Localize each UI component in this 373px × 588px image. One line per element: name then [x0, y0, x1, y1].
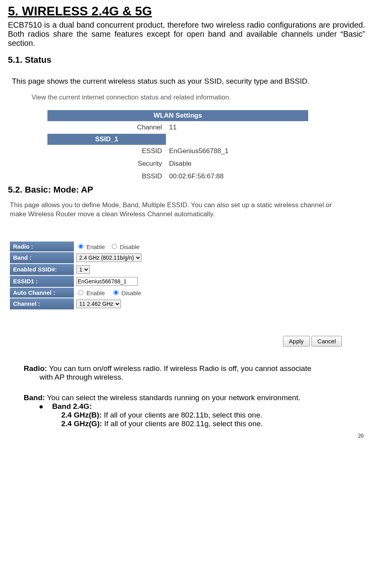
- security-value: Disable: [166, 157, 308, 170]
- channel-row-label: Channel :: [10, 298, 74, 309]
- wlan-status-screenshot: View the current internet connection sta…: [32, 94, 312, 183]
- auto-channel-row-label: Auto Channel :: [10, 288, 74, 298]
- status-description: This page shows the current wireless sta…: [12, 77, 365, 86]
- cancel-button[interactable]: Cancel: [311, 336, 342, 346]
- ssid-1-header: SSID_1: [47, 134, 166, 145]
- radio-row-label: Radio :: [10, 242, 74, 251]
- radio-disable-option[interactable]: [112, 244, 117, 249]
- band-24g-label: Band 2.4G:: [52, 402, 92, 410]
- status-caption: View the current internet connection sta…: [32, 94, 312, 101]
- band-term: Band:: [24, 393, 45, 402]
- ghz-b-body: If all of your clients are 802.11b, sele…: [102, 411, 262, 419]
- page-number: 20: [8, 433, 364, 439]
- radio-body-line2: with AP through wireless.: [40, 373, 365, 382]
- essid-value: EnGenius566788_1: [166, 145, 308, 157]
- enabled-ssid-select[interactable]: 1: [76, 265, 90, 274]
- essid1-row-label: ESSID1 :: [10, 276, 74, 287]
- auto-disable-text: Disable: [121, 290, 141, 296]
- band-body: You can select the wireless standards ru…: [45, 393, 300, 402]
- ghz-g-body: If all of your clients are 802.11g, sele…: [102, 419, 263, 428]
- radio-term: Radio:: [24, 364, 47, 373]
- bssid-value: 00:02:6F:56:67:88: [166, 170, 308, 183]
- bssid-label: BSSID: [47, 170, 166, 183]
- channel-value: 11: [166, 121, 308, 134]
- band-row-label: Band :: [10, 252, 74, 263]
- auto-enable-text: Enable: [87, 290, 105, 296]
- radio-enable-text: Enable: [87, 243, 105, 250]
- radio-body-line1: You can turn on/off wireless radio. If w…: [47, 364, 311, 373]
- auto-channel-disable-option[interactable]: [113, 290, 119, 295]
- ghz-b-term: 2.4 GHz(B):: [61, 411, 102, 419]
- channel-label: Channel: [47, 121, 166, 134]
- heading-5-2: 5.2. Basic: Mode: AP: [8, 185, 365, 195]
- radio-definition: Radio: You can turn on/off wireless radi…: [24, 364, 365, 382]
- wlan-settings-header: WLAN Settings: [47, 110, 308, 121]
- radio-enable-option[interactable]: [78, 244, 83, 249]
- apply-button[interactable]: Apply: [283, 336, 310, 346]
- channel-select[interactable]: 11 2.462 GHz: [76, 300, 121, 308]
- bullet-icon: [40, 405, 43, 408]
- essid-label: ESSID: [47, 145, 166, 157]
- basic-caption: This page allows you to define Mode, Ban…: [10, 201, 350, 219]
- basic-mode-screenshot: This page allows you to define Mode, Ban…: [10, 201, 350, 346]
- heading-5: 5. WIRELESS 2.4G & 5G: [8, 4, 365, 19]
- essid1-input[interactable]: [76, 277, 138, 286]
- intro-paragraph: ECB7510 is a dual band concurrent produc…: [8, 21, 365, 48]
- heading-5-1: 5.1. Status: [8, 55, 365, 65]
- ghz-g-term: 2.4 GHz(G):: [61, 419, 102, 428]
- band-select[interactable]: 2.4 GHz (802.11b/g/n): [76, 253, 141, 262]
- security-label: Security: [47, 157, 166, 170]
- enabled-ssid-row-label: Enabled SSID#:: [10, 264, 74, 275]
- auto-channel-enable-option[interactable]: [78, 290, 83, 295]
- band-definition: Band: You can select the wireless standa…: [24, 393, 365, 428]
- radio-disable-text: Disable: [120, 243, 139, 250]
